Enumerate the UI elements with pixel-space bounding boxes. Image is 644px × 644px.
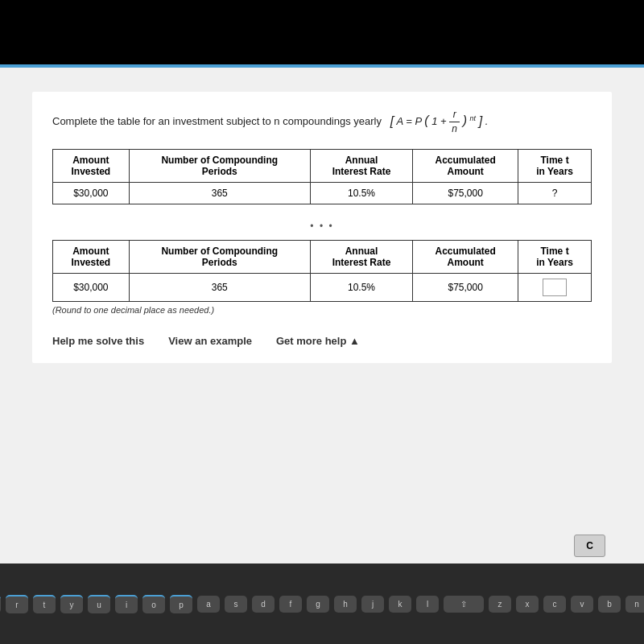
key-g[interactable]: g xyxy=(307,596,329,613)
table2-wrapper: AmountInvested Number of CompoundingPeri… xyxy=(52,240,592,315)
key-t[interactable]: t xyxy=(33,595,56,613)
key-f[interactable]: f xyxy=(279,596,302,613)
t1-accumulated: $75,000 xyxy=(413,182,518,204)
key-n[interactable]: n xyxy=(625,596,644,613)
table2-header-row: AmountInvested Number of CompoundingPeri… xyxy=(53,240,592,273)
key-a[interactable]: a xyxy=(197,596,220,613)
table2-data-row: $30,000 365 10.5% $75,000 xyxy=(53,273,592,301)
t1-amount: $30,000 xyxy=(53,182,130,204)
t1-rate: 10.5% xyxy=(310,182,412,204)
view-example-link[interactable]: View an example xyxy=(168,335,252,347)
key-c[interactable]: c xyxy=(543,596,566,613)
key-p[interactable]: p xyxy=(170,595,192,613)
key-k[interactable]: k xyxy=(389,596,411,613)
table1-header-row: AmountInvested Number of CompoundingPeri… xyxy=(53,149,592,182)
instruction-text: Complete the table for an investment sub… xyxy=(52,108,592,136)
bottom-links: Help me solve this View an example Get m… xyxy=(52,335,592,347)
key-u[interactable]: u xyxy=(88,595,110,613)
instruction-label: Complete the table for an investment sub… xyxy=(52,115,382,127)
key-y[interactable]: y xyxy=(60,595,83,613)
key-i[interactable]: i xyxy=(115,595,138,613)
key-b[interactable]: b xyxy=(598,596,621,613)
t2-time-input-cell[interactable] xyxy=(518,273,592,301)
key-e[interactable]: e xyxy=(0,595,1,613)
col2-compounding-periods: Number of CompoundingPeriods xyxy=(129,240,310,273)
col2-interest-rate: AnnualInterest Rate xyxy=(310,240,412,273)
key-o[interactable]: o xyxy=(142,595,165,613)
time-answer-input[interactable] xyxy=(543,279,567,296)
col2-accumulated-amount: AccumulatedAmount xyxy=(413,240,518,273)
col-compounding-periods: Number of CompoundingPeriods xyxy=(129,149,310,182)
col-accumulated-amount: AccumulatedAmount xyxy=(413,149,518,182)
key-z[interactable]: z xyxy=(489,596,511,613)
table1: AmountInvested Number of CompoundingPeri… xyxy=(52,149,592,204)
key-j[interactable]: j xyxy=(361,596,384,613)
table2: AmountInvested Number of CompoundingPeri… xyxy=(52,240,592,302)
col-amount-invested: AmountInvested xyxy=(53,149,130,182)
key-h[interactable]: h xyxy=(334,596,357,613)
key-s[interactable]: s xyxy=(225,596,247,613)
close-button[interactable]: C xyxy=(574,535,605,557)
col-time-years: Time tin Years xyxy=(518,149,592,182)
t2-amount: $30,000 xyxy=(53,273,130,301)
table1-data-row: $30,000 365 10.5% $75,000 ? xyxy=(53,182,592,204)
key-r[interactable]: r xyxy=(6,595,28,613)
formula-display: [ A = P ( 1 + r n ) nt ] . xyxy=(390,115,489,127)
col2-time-years: Time tin Years xyxy=(518,240,592,273)
round-note: (Round to one decimal place as needed.) xyxy=(52,305,592,315)
t1-time: ? xyxy=(518,182,592,204)
key-v[interactable]: v xyxy=(571,596,593,613)
more-help-link[interactable]: Get more help ▲ xyxy=(276,335,360,347)
t1-periods: 365 xyxy=(129,182,310,204)
col2-amount-invested: AmountInvested xyxy=(53,240,130,273)
col-interest-rate: AnnualInterest Rate xyxy=(310,149,412,182)
t2-rate: 10.5% xyxy=(310,273,412,301)
key-x[interactable]: x xyxy=(516,596,539,613)
t2-periods: 365 xyxy=(129,273,310,301)
t2-accumulated: $75,000 xyxy=(413,273,518,301)
divider-dots: • • • xyxy=(52,221,592,232)
keyboard-bar: q w e r t y u i o p a s d f g h j k l ⇧ … xyxy=(0,564,644,644)
key-d[interactable]: d xyxy=(252,596,275,613)
help-solve-link[interactable]: Help me solve this xyxy=(52,335,144,347)
key-l[interactable]: l xyxy=(416,596,439,613)
key-shift[interactable]: ⇧ xyxy=(444,596,484,613)
table1-wrapper: AmountInvested Number of CompoundingPeri… xyxy=(52,149,592,204)
